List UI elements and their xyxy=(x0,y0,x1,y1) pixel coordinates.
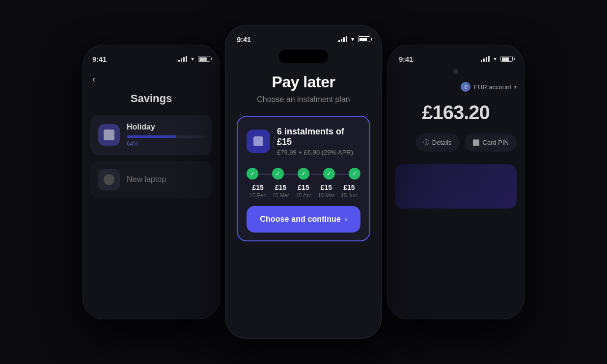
center-phone: 9:41 ▾ Pay later Choose an instalment pl… xyxy=(225,25,382,339)
card-pin-button[interactable]: ⬜ Card PIN xyxy=(465,133,517,152)
laptop-icon xyxy=(98,169,120,190)
left-phone: 9:41 ▾ ‹ Savings Holiday xyxy=(83,45,220,319)
instalment-4-date: 15 Mar xyxy=(315,192,337,198)
holiday-progress-label: 64% xyxy=(127,140,204,147)
timeline-dot-3: ✓ xyxy=(298,168,309,180)
timeline: ✓ ✓ ✓ ✓ ✓ £15 15 Feb £15 15 Mar xyxy=(247,168,360,198)
savings-card-holiday: Holiday 64% xyxy=(90,115,212,155)
savings-title: Savings xyxy=(83,92,220,105)
timeline-dot-1: ✓ xyxy=(247,168,258,180)
holiday-progress-bar xyxy=(127,135,204,138)
center-status-bar: 9:41 ▾ xyxy=(225,25,382,47)
left-status-icons: ▾ xyxy=(178,55,210,62)
choose-continue-label: Choose and continue xyxy=(260,215,341,224)
right-status-bar: 9:41 ▾ xyxy=(387,45,524,66)
left-time: 9:41 xyxy=(92,55,107,63)
eur-dot: € xyxy=(461,82,470,92)
left-status-bar: 9:41 ▾ xyxy=(83,45,220,66)
signal-icon xyxy=(178,56,187,62)
details-label: Details xyxy=(432,139,452,146)
battery-icon xyxy=(198,56,210,62)
timeline-dot-5: ✓ xyxy=(349,168,360,180)
instalment-1-amount: £15 xyxy=(247,183,269,191)
choose-continue-button[interactable]: Choose and continue › xyxy=(247,206,360,233)
back-button[interactable]: ‹ xyxy=(83,66,220,84)
laptop-name: New laptop xyxy=(127,175,166,184)
right-signal-icon xyxy=(481,56,490,62)
wifi-icon: ▾ xyxy=(191,55,194,62)
center-battery-icon xyxy=(358,36,370,42)
instalment-3-amount: £15 xyxy=(292,183,315,191)
center-content: Pay later Choose an instalment plan 6 in… xyxy=(225,73,382,241)
right-wifi-icon: ▾ xyxy=(494,55,497,62)
right-time: 9:41 xyxy=(399,55,413,63)
scene: 9:41 ▾ ‹ Savings Holiday xyxy=(83,15,524,349)
instalment-4-amount: £15 xyxy=(315,183,337,191)
card-preview xyxy=(395,164,517,208)
eur-account-bar[interactable]: € EUR account ▾ xyxy=(387,77,524,97)
instalment-3: £15 15 Apr xyxy=(292,183,315,198)
instalment-4: £15 15 Mar xyxy=(315,183,337,198)
card-pin-label: Card PIN xyxy=(483,139,509,146)
info-icon: ⓘ xyxy=(423,138,429,147)
timeline-dots: ✓ ✓ ✓ ✓ ✓ xyxy=(247,168,360,180)
instalment-2-date: 15 Mar xyxy=(269,192,292,198)
details-button[interactable]: ⓘ Details xyxy=(415,133,460,152)
chevron-down-icon: ▾ xyxy=(514,84,517,90)
instalment-2: £15 15 Mar xyxy=(269,183,292,198)
instalment-2-amount: £15 xyxy=(269,183,292,191)
dynamic-island xyxy=(279,50,328,63)
timeline-amounts: £15 15 Feb £15 15 Mar £15 15 Apr £15 xyxy=(247,183,360,198)
instalment-1: £15 15 Feb xyxy=(247,183,269,198)
right-status-icons: ▾ xyxy=(481,55,513,62)
pay-later-title: Pay later xyxy=(237,73,370,91)
plan-icon xyxy=(247,130,270,153)
plan-title: 6 instalments of £15 xyxy=(277,127,360,147)
center-status-icons: ▾ xyxy=(338,36,370,43)
pay-later-subtitle: Choose an instalment plan xyxy=(237,95,370,104)
center-signal-icon xyxy=(338,36,347,42)
eur-account-label: EUR account xyxy=(473,83,511,91)
card-icon: ⬜ xyxy=(472,139,480,146)
chevron-right-icon: › xyxy=(345,215,347,223)
right-battery-icon xyxy=(500,56,513,62)
instalment-5-amount: £15 xyxy=(338,183,360,191)
action-buttons: ⓘ Details ⬜ Card PIN xyxy=(387,133,524,159)
balance-display: £163.20 xyxy=(387,97,524,133)
holiday-icon xyxy=(98,124,120,146)
plan-header: 6 instalments of £15 £79.99 + £6.90 (29%… xyxy=(247,127,360,156)
savings-card-laptop: New laptop xyxy=(90,161,212,198)
instalment-5: £15 15 Jun xyxy=(338,183,360,198)
instalment-3-date: 15 Apr xyxy=(292,192,315,198)
instalment-5-date: 15 Jun xyxy=(338,192,360,198)
plan-card: 6 instalments of £15 £79.99 + £6.90 (29%… xyxy=(237,116,370,241)
center-time: 9:41 xyxy=(237,35,251,44)
instalment-1-date: 15 Feb xyxy=(247,192,269,198)
timeline-dot-4: ✓ xyxy=(323,168,335,180)
center-wifi-icon: ▾ xyxy=(351,36,354,43)
holiday-name: Holiday xyxy=(127,123,204,131)
right-phone: 9:41 ▾ € EUR account ▾ £163.20 xyxy=(387,45,524,319)
plan-description: £79.99 + £6.90 (29% APR) xyxy=(277,149,360,156)
timeline-dot-2: ✓ xyxy=(272,168,284,180)
